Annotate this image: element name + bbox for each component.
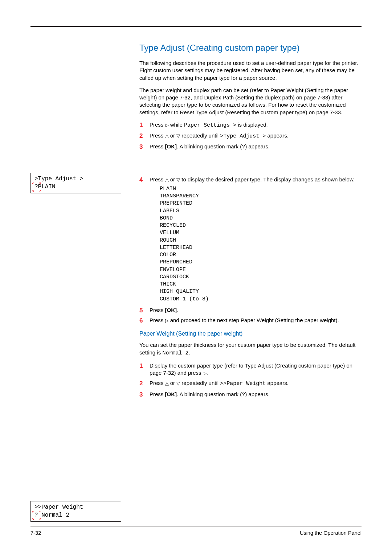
step-text: . A blinking question mark ( [177, 391, 242, 397]
sub-intro-text: . [188, 349, 190, 356]
code-text: Normal 2 [162, 350, 188, 356]
left-column: >Type Adjust > ➔ ➔ ➔ ➔ ? PLAIN >>Paper W… [30, 43, 129, 526]
step-text: Press [150, 307, 165, 313]
paper-type-item: LETTERHEAD [160, 244, 359, 251]
top-rule [30, 26, 362, 27]
lcd-line-2: ➔ ➔ ➔ ➔ ? Normal 2 [34, 512, 117, 520]
steps-list-2: Display the custom paper type (refer to … [139, 362, 359, 399]
paper-type-item: ROUGH [160, 237, 359, 244]
step-text: Press [150, 143, 165, 149]
right-arrow-icon: ▷ [203, 370, 207, 376]
code-text: >>Paper Weight [220, 381, 266, 387]
intro-paragraph: The following describes the procedure us… [139, 59, 359, 82]
blinking-cursor: ➔ ➔ ➔ ➔ ? [34, 512, 38, 520]
cursor-arrow-icon: ➔ [30, 189, 35, 193]
step-text: Press [150, 122, 165, 128]
subsection-heading: Paper Weight (Setting the paper weight) [139, 331, 359, 337]
paper-type-item: THICK [160, 281, 359, 288]
step-text: appears. [266, 380, 289, 386]
sub-intro-paragraph: You can set the paper thickness for your… [139, 341, 359, 357]
up-arrow-icon: △ [165, 381, 169, 386]
step-text: is displayed. [236, 122, 268, 128]
paper-type-item: PREPRINTED [160, 200, 359, 207]
spacer [30, 43, 129, 173]
code-text: ? [242, 144, 245, 150]
lcd-paper-weight: >>Paper Weight ➔ ➔ ➔ ➔ ? Normal 2 [30, 501, 121, 522]
step-text: ) appears. [245, 391, 270, 397]
step-text: or [169, 380, 177, 386]
cursor-char: ? [34, 184, 38, 190]
step-text: appears. [266, 132, 289, 139]
page: >Type Adjust > ➔ ➔ ➔ ➔ ? PLAIN >>Paper W… [0, 0, 392, 554]
footer: 7-32 Using the Operation Panel [30, 526, 362, 536]
step-text: . [207, 370, 208, 376]
cursor-char: ? [34, 512, 38, 518]
paper-type-item: PREPUNCHED [160, 259, 359, 266]
intro-paragraph: The paper weight and duplex path can be … [139, 87, 359, 116]
paper-type-item: LABELS [160, 208, 359, 215]
code-text: Paper Settings > [184, 122, 236, 128]
code-text: ? [242, 392, 245, 398]
up-arrow-icon: △ [165, 133, 169, 139]
step-text: . A blinking question mark ( [177, 143, 242, 149]
step-text: and proceed to the next step Paper Weigh… [169, 317, 339, 323]
spacer [150, 151, 359, 173]
step-item: Press △ or ▽ repeatedly until >>Paper We… [139, 379, 359, 387]
key-label: [OK] [165, 307, 177, 313]
spacer [30, 193, 129, 501]
step-text: or [169, 132, 177, 139]
step-text: Press [150, 391, 165, 397]
step-text: Press [150, 317, 165, 323]
step-item: Press [OK]. [139, 307, 359, 314]
footer-line: 7-32 Using the Operation Panel [30, 530, 362, 536]
cursor-arrow-icon: ➔ [30, 517, 35, 522]
footer-rule [30, 526, 362, 526]
step-text: or [169, 176, 177, 182]
key-label: [OK] [165, 143, 177, 149]
step-item: Press [OK]. A blinking question mark (?)… [139, 143, 359, 173]
step-text: repeatedly until [180, 380, 220, 386]
lcd-line-1: >>Paper Weight [34, 504, 117, 512]
paper-type-item: CUSTOM 1 (to 8) [160, 296, 359, 303]
up-arrow-icon: △ [165, 177, 169, 182]
paper-type-item: CARDSTOCK [160, 274, 359, 281]
down-arrow-icon: ▽ [176, 177, 180, 182]
step-text: . [177, 307, 178, 313]
section-heading: Type Adjust (Creating custom paper type) [139, 43, 359, 53]
step-text: Press [150, 380, 165, 386]
step-item: Press △ or ▽ repeatedly until >Type Adju… [139, 132, 359, 140]
lcd-line-2: ➔ ➔ ➔ ➔ ? PLAIN [34, 183, 117, 191]
steps-list: Press ▷ while Paper Settings > is displa… [139, 121, 359, 324]
lcd-value: Normal 2 [38, 512, 69, 518]
right-arrow-icon: ▷ [165, 318, 169, 323]
step-item: Press ▷ and proceed to the next step Pap… [139, 317, 359, 324]
paper-type-item: VELLUM [160, 229, 359, 237]
step-text: while [169, 122, 184, 128]
paper-type-item: RECYCLED [160, 222, 359, 229]
paper-type-item: ENVELOPE [160, 266, 359, 274]
step-item: Press ▷ while Paper Settings > is displa… [139, 121, 359, 129]
lcd-line-1: >Type Adjust > [34, 175, 117, 183]
right-arrow-icon: ▷ [165, 122, 169, 128]
paper-type-item: HIGH QUALITY [160, 288, 359, 295]
paper-types-list: PLAINTRANSPARENCYPREPRINTEDLABELSBONDREC… [150, 185, 359, 303]
code-text: >Type Adjust > [220, 133, 266, 139]
step-text: repeatedly until [180, 132, 220, 139]
content-area: >Type Adjust > ➔ ➔ ➔ ➔ ? PLAIN >>Paper W… [30, 43, 362, 526]
lcd-type-adjust: >Type Adjust > ➔ ➔ ➔ ➔ ? PLAIN [30, 173, 121, 193]
step-text: Press [150, 132, 165, 139]
page-number: 7-32 [30, 530, 41, 536]
step-text: Display the custom paper type (refer to … [150, 362, 352, 376]
step-item: Press [OK]. A blinking question mark (?)… [139, 391, 359, 399]
step-text: ) appears. [245, 143, 270, 149]
step-item: Display the custom paper type (refer to … [139, 362, 359, 377]
paper-type-item: TRANSPARENCY [160, 193, 359, 200]
right-column: Type Adjust (Creating custom paper type)… [139, 43, 362, 526]
paper-type-item: PLAIN [160, 185, 359, 193]
down-arrow-icon: ▽ [176, 133, 180, 139]
down-arrow-icon: ▽ [176, 381, 180, 386]
paper-type-item: BOND [160, 215, 359, 222]
step-item: Press △ or ▽ to display the desired pape… [139, 176, 359, 303]
key-label: [OK] [165, 391, 177, 397]
step-text: Press [150, 176, 165, 182]
